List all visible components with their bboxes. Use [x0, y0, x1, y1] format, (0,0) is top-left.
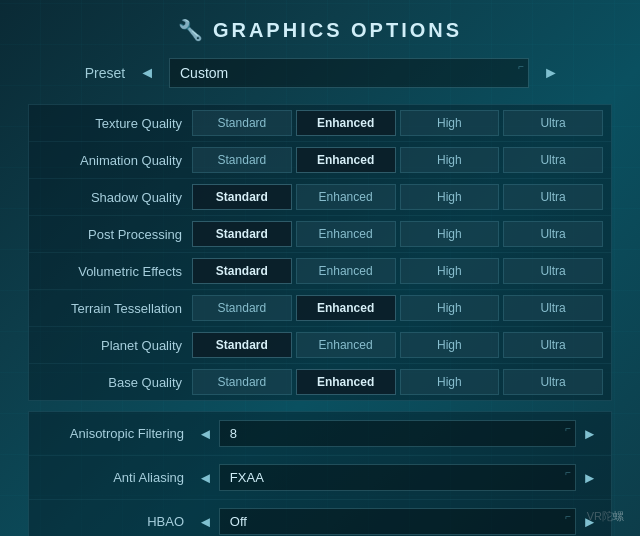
- option-button-standard[interactable]: Standard: [192, 369, 292, 395]
- option-button-standard[interactable]: Standard: [192, 184, 292, 210]
- preset-arrow-left[interactable]: ◄: [133, 62, 161, 84]
- option-button-high[interactable]: High: [400, 258, 500, 284]
- option-button-enhanced[interactable]: Enhanced: [296, 110, 396, 136]
- setting-label: Volumetric Effects: [37, 264, 192, 279]
- selector-label: Anisotropic Filtering: [37, 426, 192, 441]
- option-button-standard[interactable]: Standard: [192, 221, 292, 247]
- setting-label: Base Quality: [37, 375, 192, 390]
- selector-label: HBAO: [37, 514, 192, 529]
- option-button-enhanced[interactable]: Enhanced: [296, 221, 396, 247]
- option-button-standard[interactable]: Standard: [192, 258, 292, 284]
- preset-row: Preset ◄ Custom ►: [28, 58, 612, 88]
- option-button-ultra[interactable]: Ultra: [503, 184, 603, 210]
- option-button-high[interactable]: High: [400, 110, 500, 136]
- selector-arrow-left[interactable]: ◄: [192, 469, 219, 486]
- setting-row: Shadow QualityStandardEnhancedHighUltra: [29, 179, 611, 216]
- setting-label: Texture Quality: [37, 116, 192, 131]
- option-button-ultra[interactable]: Ultra: [503, 369, 603, 395]
- option-button-high[interactable]: High: [400, 295, 500, 321]
- selector-value: 8: [219, 420, 576, 447]
- selector-arrow-left[interactable]: ◄: [192, 513, 219, 530]
- selector-value: Off: [219, 508, 576, 535]
- setting-row: Terrain TessellationStandardEnhancedHigh…: [29, 290, 611, 327]
- quality-settings-section: Texture QualityStandardEnhancedHighUltra…: [28, 104, 612, 401]
- selector-arrow-right[interactable]: ►: [576, 425, 603, 442]
- options-group: StandardEnhancedHighUltra: [192, 369, 603, 395]
- option-button-standard[interactable]: Standard: [192, 110, 292, 136]
- preset-label: Preset: [75, 65, 125, 81]
- setting-row: Texture QualityStandardEnhancedHighUltra: [29, 105, 611, 142]
- setting-label: Shadow Quality: [37, 190, 192, 205]
- setting-label: Planet Quality: [37, 338, 192, 353]
- selector-row: Anisotropic Filtering◄8►: [29, 412, 611, 456]
- option-button-ultra[interactable]: Ultra: [503, 332, 603, 358]
- option-button-enhanced[interactable]: Enhanced: [296, 332, 396, 358]
- selector-row: Anti Aliasing◄FXAA►: [29, 456, 611, 500]
- option-button-high[interactable]: High: [400, 221, 500, 247]
- setting-label: Terrain Tessellation: [37, 301, 192, 316]
- option-button-ultra[interactable]: Ultra: [503, 258, 603, 284]
- setting-label: Post Processing: [37, 227, 192, 242]
- preset-arrow-right[interactable]: ►: [537, 62, 565, 84]
- options-group: StandardEnhancedHighUltra: [192, 221, 603, 247]
- selector-row: HBAO◄Off►: [29, 500, 611, 536]
- preset-value: Custom: [169, 58, 529, 88]
- title-row: 🔧 Graphics Options: [28, 18, 612, 42]
- selector-arrow-right[interactable]: ►: [576, 513, 603, 530]
- option-button-high[interactable]: High: [400, 184, 500, 210]
- option-button-enhanced[interactable]: Enhanced: [296, 147, 396, 173]
- options-group: StandardEnhancedHighUltra: [192, 258, 603, 284]
- option-button-standard[interactable]: Standard: [192, 295, 292, 321]
- setting-row: Base QualityStandardEnhancedHighUltra: [29, 364, 611, 400]
- selector-arrow-right[interactable]: ►: [576, 469, 603, 486]
- option-button-ultra[interactable]: Ultra: [503, 110, 603, 136]
- setting-label: Animation Quality: [37, 153, 192, 168]
- options-group: StandardEnhancedHighUltra: [192, 147, 603, 173]
- option-button-high[interactable]: High: [400, 147, 500, 173]
- options-group: StandardEnhancedHighUltra: [192, 110, 603, 136]
- selector-settings-section: Anisotropic Filtering◄8►Anti Aliasing◄FX…: [28, 411, 612, 536]
- setting-row: Volumetric EffectsStandardEnhancedHighUl…: [29, 253, 611, 290]
- option-button-standard[interactable]: Standard: [192, 332, 292, 358]
- option-button-enhanced[interactable]: Enhanced: [296, 258, 396, 284]
- option-button-enhanced[interactable]: Enhanced: [296, 369, 396, 395]
- option-button-standard[interactable]: Standard: [192, 147, 292, 173]
- option-button-enhanced[interactable]: Enhanced: [296, 184, 396, 210]
- option-button-ultra[interactable]: Ultra: [503, 221, 603, 247]
- option-button-high[interactable]: High: [400, 369, 500, 395]
- option-button-enhanced[interactable]: Enhanced: [296, 295, 396, 321]
- options-group: StandardEnhancedHighUltra: [192, 184, 603, 210]
- options-group: StandardEnhancedHighUltra: [192, 295, 603, 321]
- selector-arrow-left[interactable]: ◄: [192, 425, 219, 442]
- option-button-high[interactable]: High: [400, 332, 500, 358]
- option-button-ultra[interactable]: Ultra: [503, 147, 603, 173]
- setting-row: Planet QualityStandardEnhancedHighUltra: [29, 327, 611, 364]
- options-group: StandardEnhancedHighUltra: [192, 332, 603, 358]
- wrench-icon: 🔧: [178, 18, 203, 42]
- selector-label: Anti Aliasing: [37, 470, 192, 485]
- setting-row: Animation QualityStandardEnhancedHighUlt…: [29, 142, 611, 179]
- option-button-ultra[interactable]: Ultra: [503, 295, 603, 321]
- page-title: Graphics Options: [213, 19, 462, 42]
- setting-row: Post ProcessingStandardEnhancedHighUltra: [29, 216, 611, 253]
- selector-value: FXAA: [219, 464, 576, 491]
